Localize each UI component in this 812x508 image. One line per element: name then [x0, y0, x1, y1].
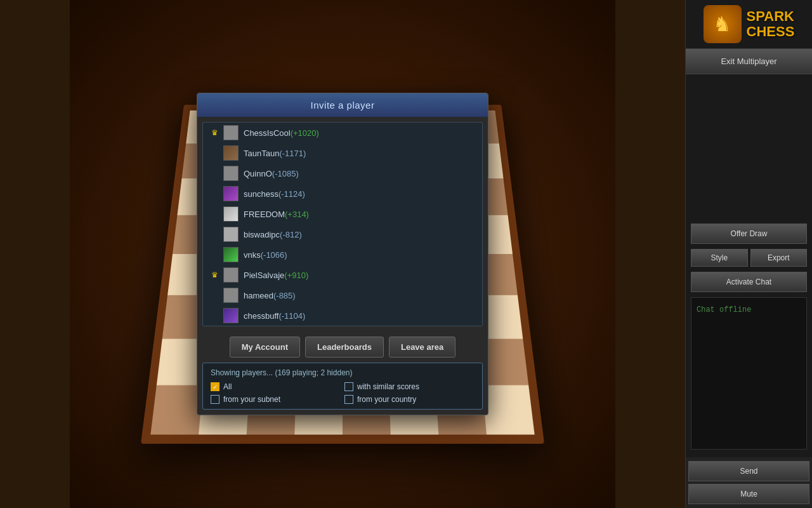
- chat-messages-area: [691, 79, 807, 221]
- sidebar: ♞ SPARK CHESS Exit Multiplayer Offer Dra…: [685, 0, 812, 508]
- player-name: hameed: [244, 291, 273, 300]
- player-score: (-1066): [261, 250, 287, 260]
- export-button[interactable]: Export: [750, 249, 808, 267]
- player-row[interactable]: FREEDOM (+314): [203, 204, 482, 224]
- player-avatar: [223, 125, 239, 140]
- style-export-row: Style Export: [691, 249, 807, 267]
- player-score: (+314): [285, 210, 309, 219]
- player-score: (-885): [273, 291, 296, 300]
- filter-item: with similar scores: [344, 382, 475, 391]
- player-name: QuinnO: [244, 169, 272, 178]
- filter-checkbox[interactable]: [211, 382, 219, 391]
- player-avatar: [223, 308, 239, 323]
- filter-checkbox[interactable]: [344, 382, 353, 391]
- player-name: PielSalvaje: [244, 271, 284, 280]
- player-name: FREEDOM: [244, 210, 285, 219]
- action-buttons: My Account Leaderboards Leave area: [197, 331, 488, 363]
- player-score: (-1124): [278, 189, 305, 199]
- player-score: (-1085): [272, 169, 299, 178]
- logo-area: ♞ SPARK CHESS: [686, 0, 812, 49]
- player-avatar: [223, 206, 239, 222]
- leaderboards-button[interactable]: Leaderboards: [305, 337, 384, 358]
- player-row[interactable]: vnks (-1066): [203, 244, 482, 265]
- filter-label: All: [223, 382, 232, 391]
- leave-area-button[interactable]: Leave area: [389, 337, 455, 358]
- activate-chat-button[interactable]: Activate Chat: [691, 272, 807, 292]
- logo-line1: SPARK: [747, 9, 795, 24]
- player-row[interactable]: TaunTaun (-1171): [203, 143, 482, 163]
- mute-button[interactable]: Mute: [688, 484, 809, 504]
- player-row[interactable]: sunchess (-1124): [203, 184, 482, 204]
- dialog-title: Invite a player: [197, 93, 488, 117]
- invite-dialog: Invite a player ♛ChessIsCool (+1020)Taun…: [197, 93, 488, 415]
- player-score: (+910): [284, 271, 308, 280]
- player-avatar: [223, 186, 239, 201]
- chat-offline-area: Chat offline: [691, 297, 807, 450]
- player-avatar: [223, 267, 239, 283]
- logo-text: SPARK CHESS: [747, 9, 795, 39]
- send-button[interactable]: Send: [688, 461, 809, 481]
- player-avatar: [223, 227, 239, 242]
- player-avatar: [223, 166, 239, 181]
- logo-icon: ♞: [704, 5, 742, 43]
- player-avatar: [223, 145, 239, 161]
- filter-label: with similar scores: [357, 382, 419, 391]
- filter-section: Showing players... (169 playing; 2 hidde…: [202, 363, 483, 410]
- player-row[interactable]: ♛ChessIsCool (+1020): [203, 123, 482, 143]
- player-row[interactable]: ♛PielSalvaje (+910): [203, 265, 482, 285]
- filter-grid: Allwith similar scoresfrom your subnetfr…: [211, 382, 475, 404]
- player-score: (-1171): [279, 149, 306, 158]
- player-score: (-1104): [278, 311, 305, 321]
- player-name: TaunTaun: [244, 149, 279, 158]
- logo-line2: CHESS: [747, 24, 795, 39]
- offer-draw-button[interactable]: Offer Draw: [691, 224, 807, 244]
- filter-item: All: [211, 382, 341, 391]
- player-avatar: [223, 288, 239, 303]
- filter-title: Showing players... (169 playing; 2 hidde…: [211, 368, 475, 377]
- player-row[interactable]: hameed (-885): [203, 285, 482, 305]
- crown-icon: ♛: [208, 270, 221, 280]
- dialog-overlay: Invite a player ♛ChessIsCool (+1020)Taun…: [0, 0, 685, 508]
- player-name: biswadipc: [244, 230, 280, 239]
- my-account-button[interactable]: My Account: [230, 337, 300, 358]
- player-row[interactable]: chessbuff (-1104): [203, 305, 482, 326]
- player-name: vnks: [244, 250, 261, 260]
- crown-icon: ♛: [208, 128, 221, 138]
- player-score: (-812): [280, 230, 302, 239]
- filter-item: from your subnet: [211, 395, 341, 404]
- player-name: chessbuff: [244, 311, 278, 321]
- sidebar-chat-area: Offer Draw Style Export Activate Chat Ch…: [686, 74, 812, 457]
- player-row[interactable]: biswadipc (-812): [203, 224, 482, 244]
- filter-checkbox[interactable]: [211, 395, 219, 404]
- player-list: ♛ChessIsCool (+1020)TaunTaun (-1171)Quin…: [202, 122, 483, 326]
- player-avatar: [223, 247, 239, 262]
- filter-label: from your subnet: [223, 395, 280, 404]
- main-area: Invite a player ♛ChessIsCool (+1020)Taun…: [0, 0, 685, 508]
- player-score: (+1020): [291, 128, 319, 138]
- exit-multiplayer-button[interactable]: Exit Multiplayer: [686, 49, 812, 74]
- filter-item: from your country: [344, 395, 475, 404]
- player-row[interactable]: QuinnO (-1085): [203, 163, 482, 184]
- filter-checkbox[interactable]: [344, 395, 353, 404]
- player-name: sunchess: [244, 189, 278, 199]
- player-name: ChessIsCool: [244, 128, 291, 138]
- style-button[interactable]: Style: [691, 249, 748, 267]
- chat-offline-text: Chat offline: [697, 305, 751, 314]
- sidebar-bottom: Send Mute: [686, 457, 812, 508]
- filter-label: from your country: [357, 395, 416, 404]
